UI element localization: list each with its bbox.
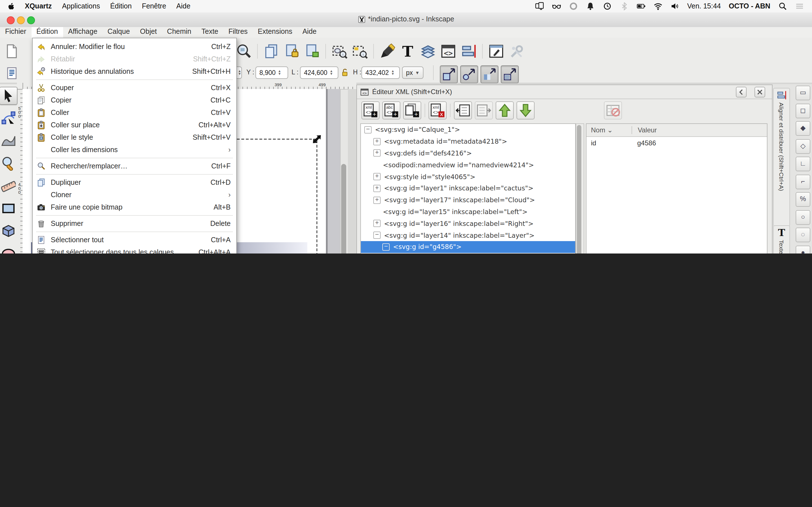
menu-item-s-lectionner-tout[interactable]: Sélectionner toutCtrl+A	[33, 234, 236, 246]
box3d-tool[interactable]	[0, 222, 17, 240]
expand-icon[interactable]: +	[373, 220, 380, 227]
menu-extensions[interactable]: Extensions	[253, 27, 297, 38]
expand-icon[interactable]: +	[373, 173, 380, 180]
xml-tree-node[interactable]: +<svg:metadata id="metadata4218">	[361, 136, 575, 148]
macos-menu-aide[interactable]: Aide	[171, 2, 195, 10]
wifi-icon[interactable]	[653, 2, 662, 11]
dock-splitter[interactable]	[348, 89, 356, 253]
zoom-tool[interactable]	[0, 154, 17, 172]
displays-icon[interactable]	[535, 2, 544, 11]
dock-panel-button[interactable]	[736, 87, 747, 97]
close-panel-button[interactable]	[755, 87, 765, 97]
unlink-clone-button[interactable]	[302, 42, 321, 61]
xml-tree[interactable]: −<svg:svg id="Calque_1">+<svg:metadata i…	[360, 123, 576, 253]
attributes-table[interactable]: Nom ⌄ Valeur idg4586	[586, 123, 767, 253]
menu-item-rechercher-remplacer[interactable]: Rechercher/remplacer…Ctrl+F	[33, 160, 236, 172]
xml-tree-node[interactable]: −<svg:svg id="Calque_1">	[361, 124, 575, 136]
xml-tree-node[interactable]: +<svg:g id="layer17" inkscape:label="Clo…	[361, 194, 575, 206]
menu-édition[interactable]: Édition	[31, 27, 63, 38]
measure-tool[interactable]	[0, 177, 17, 195]
duplicate-node-button[interactable]: +	[403, 101, 421, 119]
rectangle-tool[interactable]	[0, 200, 17, 217]
preferences-button[interactable]	[507, 42, 526, 61]
node-tool[interactable]	[0, 109, 17, 127]
menu-item-historique-des-annulations[interactable]: Historique des annulationsShift+Ctrl+H	[33, 65, 236, 78]
xml-editor-button[interactable]: <>	[439, 42, 458, 61]
delete-node-button[interactable]: xml<>x	[428, 101, 447, 119]
xml-tree-node[interactable]: +<svg:g id="layer1" inkscape:label="cact…	[361, 182, 575, 194]
xml-tree-node[interactable]: +<svg:g id="XMLID_151_">	[361, 253, 575, 253]
menu-item-faire-une-copie-bitmap[interactable]: Faire une copie bitmapAlt+B	[33, 201, 236, 214]
snap-path-intersection-button[interactable]: ○	[796, 210, 810, 224]
creative-cloud-icon[interactable]	[569, 2, 578, 11]
transform-corners-button[interactable]	[460, 65, 478, 83]
macos-menu-applications[interactable]: Applications	[57, 2, 105, 10]
selector-tool[interactable]	[0, 87, 17, 105]
menubar-account[interactable]: OCTO - ABN	[729, 2, 770, 10]
node-down-button[interactable]	[516, 101, 535, 119]
collapse-icon[interactable]: −	[382, 243, 390, 251]
dock-tab-texte-et-police-shift-ct[interactable]: TTexte et police (Shift+Ctrl+T)	[773, 225, 790, 253]
transform-pattern-button[interactable]	[501, 65, 519, 83]
time-machine-icon[interactable]	[603, 2, 612, 11]
snap-nodes-button[interactable]: ⌐	[796, 174, 810, 189]
menubar-clock[interactable]: Ven. 15:44	[687, 2, 721, 10]
xml-tree-node[interactable]: +<svg:style id="style4065">	[361, 171, 575, 182]
select-all-button[interactable]	[3, 65, 20, 82]
menu-item-dupliquer[interactable]: DupliquerCtrl+D	[33, 176, 236, 189]
notifications-icon[interactable]	[586, 2, 595, 11]
vertical-ruler[interactable]: 5004003002001000-1	[17, 89, 23, 253]
text-dialog-button[interactable]: T	[398, 42, 417, 61]
snap-node-cusp-button[interactable]: ◌	[796, 228, 810, 242]
glasses-icon[interactable]	[552, 2, 561, 11]
edit-select-invert-button[interactable]	[350, 42, 369, 61]
tweak-tool[interactable]	[0, 132, 17, 150]
apple-icon[interactable]	[7, 2, 15, 10]
menu-item-coller[interactable]: CollerCtrl+V	[33, 107, 236, 119]
new-element-node-button[interactable]: xml<>+	[361, 101, 379, 119]
menu-item-coller-sur-place[interactable]: Coller sur placeCtrl+Alt+V	[33, 119, 236, 131]
macos-menu-édition[interactable]: Édition	[105, 2, 137, 10]
menu-objet[interactable]: Objet	[135, 27, 162, 38]
snap-bbox-midpoint-button[interactable]: ◇	[796, 139, 810, 154]
macos-menu-fenêtre[interactable]: Fenêtre	[137, 2, 171, 10]
height-field[interactable]: 432,402▲▼	[361, 66, 400, 79]
edit-select-button[interactable]	[330, 42, 349, 61]
menu-texte[interactable]: Texte	[197, 27, 223, 38]
menu-item-annuler-modifier-le-flou[interactable]: Annuler: Modifier le flouCtrl+Z	[33, 41, 236, 53]
menu-aide[interactable]: Aide	[297, 27, 322, 38]
xml-tree-node[interactable]: +<svg:g id="layer16" inkscape:label="Rig…	[361, 218, 575, 230]
snap-bbox-button[interactable]: ▭	[796, 86, 810, 100]
dock-tab-aligner-et-distribuer-sh[interactable]: Aligner et distribuer (Shift+Ctrl+A)	[773, 88, 790, 226]
clone-button[interactable]	[282, 42, 301, 61]
macos-menu-xquartz[interactable]: XQuartz	[20, 2, 57, 10]
transform-move-button[interactable]	[440, 65, 458, 83]
attribute-name-header[interactable]: Nom ⌄	[587, 126, 632, 134]
battery-icon[interactable]	[637, 2, 645, 11]
node-up-button[interactable]	[496, 101, 514, 119]
menu-item-r-tablir[interactable]: RétablirShift+Ctrl+Z	[33, 53, 236, 65]
new-document-button[interactable]	[2, 42, 21, 61]
delete-attribute-button[interactable]	[604, 101, 622, 119]
width-field[interactable]: 424,600▲▼	[300, 66, 338, 79]
menu-item-cloner[interactable]: Cloner›	[33, 189, 236, 201]
y-field[interactable]: 8,900▲▼	[255, 66, 288, 79]
menu-filtres[interactable]: Filtres	[223, 27, 253, 38]
snap-bbox-corner-button[interactable]: ◆	[796, 121, 810, 136]
new-text-node-button[interactable]: abc<>+	[382, 101, 400, 119]
expand-icon[interactable]: +	[373, 150, 380, 157]
xml-tree-node[interactable]: +<svg:defs id="defs4216">	[361, 147, 575, 159]
collapse-icon[interactable]: −	[373, 231, 380, 239]
snap-bbox-center-button[interactable]: ∟	[796, 157, 810, 171]
fill-stroke-button[interactable]	[378, 42, 397, 61]
menu-item-supprimer[interactable]: SupprimerDelete	[33, 217, 236, 230]
xml-tree-node[interactable]: −<svg:g id="g4586">	[361, 241, 575, 253]
expand-icon[interactable]: +	[373, 138, 380, 145]
xml-tree-node[interactable]: <svg:g id="layer15" inkscape:label="Left…	[361, 206, 575, 218]
lock-ratio-icon[interactable]	[340, 68, 349, 76]
menu-affichage[interactable]: Affichage	[63, 27, 103, 38]
xml-editor-header[interactable]: <> Éditeur XML (Shift+Ctrl+X)	[357, 85, 772, 99]
indent-node-button[interactable]	[475, 101, 493, 119]
menu-item-couper[interactable]: CouperCtrl+X	[33, 82, 236, 94]
menu-calque[interactable]: Calque	[102, 27, 135, 38]
